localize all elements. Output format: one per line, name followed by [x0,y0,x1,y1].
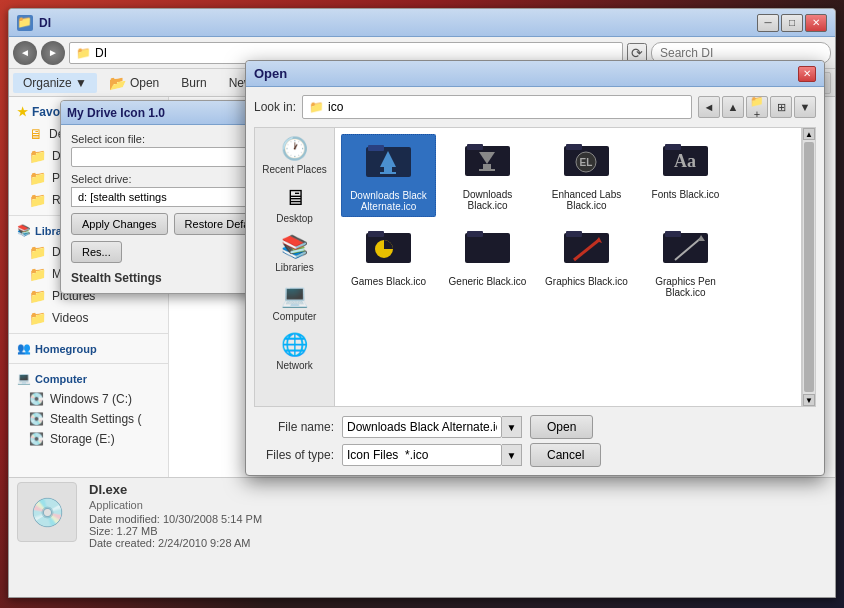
svg-rect-8 [483,164,491,169]
restore-short-button[interactable]: Res... [71,241,122,263]
games-icon [366,225,411,274]
sidebar-item-stealth[interactable]: 💽 Stealth Settings ( [9,409,168,429]
dialog-back-button[interactable]: ◄ [698,96,720,118]
dialog-up-button[interactable]: ▲ [722,96,744,118]
dialog-menu-button[interactable]: ▼ [794,96,816,118]
music-icon: 📁 [29,266,46,282]
dialog-open-button[interactable]: Open [530,415,593,439]
dialog-sidebar-desktop[interactable]: 🖥 Desktop [259,181,331,228]
scroll-thumb[interactable] [804,142,814,392]
filename-dropdown[interactable]: ▼ [502,416,522,438]
maximize-button[interactable]: □ [781,14,803,32]
enhanced-labs-icon: EL [564,138,609,187]
homegroup-header[interactable]: 👥 Homegroup [9,338,168,359]
recent-places-icon: 🕐 [281,136,308,162]
file-generic[interactable]: Generic Black.ico [440,221,535,302]
burn-menu[interactable]: Burn [171,73,216,93]
scroll-down-button[interactable]: ▼ [803,394,815,406]
dialog-cancel-button[interactable]: Cancel [530,443,601,467]
svg-rect-11 [566,144,582,150]
filetype-input[interactable] [342,444,502,466]
dialog-address-text: ico [328,100,343,114]
downloads-alt-label: Downloads Black Alternate.ico [346,190,431,212]
file-downloads[interactable]: Downloads Black.ico [440,134,535,217]
minimize-button[interactable]: ─ [757,14,779,32]
apply-changes-button[interactable]: Apply Changes [71,213,168,235]
dialog-title-text: Open [254,66,798,81]
storage-drive-icon: 💽 [29,432,44,446]
dialog-address-bar[interactable]: 📁 ico [302,95,692,119]
back-button[interactable]: ◄ [13,41,37,65]
file-thumbnail: 💿 [17,482,77,542]
file-graphics[interactable]: Graphics Black.ico [539,221,634,302]
graphics-pen-label: Graphics Pen Black.ico [642,276,729,298]
svg-rect-1 [368,145,384,151]
sidebar-divider-3 [9,363,168,364]
filetype-combo: ▼ [342,444,522,466]
dialog-view-button[interactable]: ⊞ [770,96,792,118]
organize-menu[interactable]: Organize ▼ [13,73,97,93]
look-in-label: Look in: [254,100,296,114]
fonts-icon: Aa [663,138,708,187]
downloads-alt-icon [366,139,411,188]
detail-name: DI.exe [89,482,827,497]
documents-icon: 📁 [29,244,46,260]
svg-rect-3 [384,167,392,172]
file-fonts[interactable]: Aa Fonts Black.ico [638,134,733,217]
libraries-icon: 📚 [281,234,308,260]
dialog-file-area[interactable]: Downloads Black Alternate.ico [334,127,802,407]
sidebar-item-videos[interactable]: 📁 Videos [9,307,168,329]
detail-type: Application [89,499,827,511]
detail-created: Date created: 2/24/2010 9:28 AM [89,537,827,549]
dialog-sidebar-recent[interactable]: 🕐 Recent Places [259,132,331,179]
open-dialog: Open ✕ Look in: 📁 ico ◄ ▲ 📁+ ⊞ ▼ [245,60,825,476]
enhanced-labs-label: Enhanced Labs Black.ico [543,189,630,211]
svg-rect-27 [665,231,681,237]
filename-input[interactable] [342,416,502,438]
dialog-scrollbar[interactable]: ▲ ▼ [802,127,816,407]
fonts-label: Fonts Black.ico [652,189,720,200]
dialog-sidebar-computer[interactable]: 💻 Computer [259,279,331,326]
explorer-window: 📁 DI ─ □ ✕ ◄ ► 📁 DI ⟳ Organize ▼ 📂 Op [0,0,844,608]
dialog-sidebar-libraries[interactable]: 📚 Libraries [259,230,331,277]
sidebar-divider-2 [9,333,168,334]
stealth-drive-icon: 💽 [29,412,44,426]
drive-select[interactable]: d: [stealth settings [71,187,269,207]
graphics-icon [564,225,609,274]
title-bar-icon: 📁 [17,15,33,31]
filename-label: File name: [254,420,334,434]
svg-rect-23 [566,231,582,237]
videos-icon: 📁 [29,310,46,326]
photos-icon: 📁 [29,170,46,186]
downloads-icon [465,138,510,187]
selected-file-info: 💿 DI.exe Application Date modified: 10/3… [17,482,827,549]
scroll-up-button[interactable]: ▲ [803,128,815,140]
open-menu[interactable]: 📂 Open [99,72,169,94]
downloads-label: Downloads Black.ico [444,189,531,211]
dialog-nav-buttons: ◄ ▲ 📁+ ⊞ ▼ [698,96,816,118]
computer-header[interactable]: 💻 Computer [9,368,168,389]
title-bar-buttons: ─ □ ✕ [757,14,827,32]
file-graphics-pen[interactable]: Graphics Pen Black.ico [638,221,733,302]
file-enhanced-labs[interactable]: EL Enhanced Labs Black.ico [539,134,634,217]
dialog-title-bar: Open ✕ [246,61,824,87]
file-games[interactable]: Games Black.ico [341,221,436,302]
sidebar-item-storage[interactable]: 💽 Storage (E:) [9,429,168,449]
svg-rect-9 [479,169,495,171]
dialog-body: Look in: 📁 ico ◄ ▲ 📁+ ⊞ ▼ 🕐 [246,87,824,475]
dialog-create-folder-button[interactable]: 📁+ [746,96,768,118]
sidebar-item-c-drive[interactable]: 💽 Windows 7 (C:) [9,389,168,409]
close-button[interactable]: ✕ [805,14,827,32]
svg-text:EL: EL [580,157,593,168]
file-downloads-alt[interactable]: Downloads Black Alternate.ico [341,134,436,217]
title-bar: 📁 DI ─ □ ✕ [9,9,835,37]
dialog-sidebar-network[interactable]: 🌐 Network [259,328,331,375]
generic-icon [465,225,510,274]
graphics-label: Graphics Black.ico [545,276,628,287]
detail-size: Size: 1.27 MB [89,525,827,537]
dialog-main: 🕐 Recent Places 🖥 Desktop 📚 Libraries 💻 … [254,127,816,407]
filetype-dropdown[interactable]: ▼ [502,444,522,466]
dialog-close-button[interactable]: ✕ [798,66,816,82]
forward-button[interactable]: ► [41,41,65,65]
svg-rect-15 [665,144,681,150]
